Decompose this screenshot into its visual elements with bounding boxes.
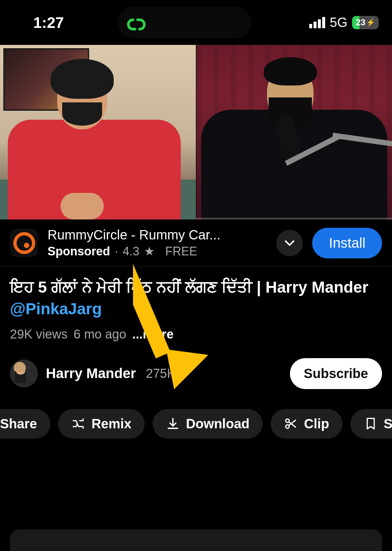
video-title[interactable]: ਇਹ 5 ਗੱਲਾਂ ਨੇ ਮੇਰੀ ਪਿੱਠ ਨਹੀਂ ਲੱਗਣ ਦਿੱਤੀ … bbox=[10, 277, 382, 320]
remix-icon bbox=[71, 417, 85, 431]
dot-separator: · bbox=[115, 244, 118, 258]
link-icon bbox=[126, 13, 146, 33]
sponsored-label: Sponsored bbox=[48, 244, 110, 258]
download-button[interactable]: Download bbox=[153, 409, 263, 439]
title-mention[interactable]: @PinkaJarg bbox=[10, 300, 102, 318]
video-player[interactable] bbox=[0, 45, 392, 219]
status-right: 5G 23⚡ bbox=[309, 15, 379, 30]
remix-label: Remix bbox=[91, 416, 131, 431]
next-section-peek[interactable] bbox=[10, 529, 382, 551]
share-button[interactable]: Share bbox=[0, 409, 50, 439]
install-button[interactable]: Install bbox=[312, 228, 382, 258]
video-meta[interactable]: 29K views 6 mo ago ...more bbox=[10, 327, 382, 342]
star-icon: ★ bbox=[144, 244, 155, 258]
ad-title: RummyCircle - Rummy Car... bbox=[48, 227, 267, 242]
download-label: Download bbox=[186, 416, 249, 431]
view-count: 29K views bbox=[10, 327, 67, 342]
clip-label: Clip bbox=[304, 416, 329, 431]
subscribe-button[interactable]: Subscribe bbox=[290, 358, 382, 389]
action-chip-row[interactable]: Share Remix Download Clip Save bbox=[0, 409, 392, 439]
channel-avatar[interactable] bbox=[10, 359, 38, 387]
save-button[interactable]: Save bbox=[350, 409, 392, 439]
ad-expand-button[interactable] bbox=[276, 230, 303, 256]
status-time: 1:27 bbox=[33, 14, 64, 32]
ad-price: FREE bbox=[165, 244, 197, 258]
remix-button[interactable]: Remix bbox=[58, 409, 145, 439]
dynamic-island[interactable] bbox=[118, 7, 251, 38]
rummycircle-icon bbox=[13, 232, 35, 254]
download-icon bbox=[166, 417, 180, 431]
clip-button[interactable]: Clip bbox=[271, 409, 342, 439]
battery-percent: 23 bbox=[356, 17, 365, 28]
ad-app-icon[interactable] bbox=[10, 229, 38, 257]
chevron-down-icon bbox=[284, 237, 296, 249]
channel-subs: 275K bbox=[146, 366, 176, 381]
status-bar: 1:27 5G 23⚡ bbox=[0, 0, 392, 45]
bookmark-icon bbox=[364, 417, 378, 431]
share-label: Share bbox=[0, 416, 37, 431]
battery-icon: 23⚡ bbox=[352, 16, 379, 29]
more-button[interactable]: ...more bbox=[132, 327, 174, 342]
network-label: 5G bbox=[330, 15, 347, 30]
channel-row[interactable]: Harry Mander 275K Subscribe bbox=[0, 358, 392, 389]
video-info[interactable]: ਇਹ 5 ਗੱਲਾਂ ਨੇ ਮੇਰੀ ਪਿੱਠ ਨਹੀਂ ਲੱਗਣ ਦਿੱਤੀ … bbox=[0, 267, 392, 342]
signal-icon bbox=[309, 17, 325, 28]
video-frame-right bbox=[196, 45, 392, 219]
bolt-icon: ⚡ bbox=[366, 18, 375, 27]
channel-name[interactable]: Harry Mander bbox=[46, 365, 136, 381]
video-frame-left bbox=[0, 45, 196, 219]
sponsored-ad-bar[interactable]: RummyCircle - Rummy Car... Sponsored · 4… bbox=[0, 219, 392, 267]
ad-text[interactable]: RummyCircle - Rummy Car... Sponsored · 4… bbox=[48, 227, 267, 258]
scissors-icon bbox=[284, 417, 298, 431]
save-label: Save bbox=[384, 416, 392, 431]
ad-rating: 4.3 bbox=[123, 244, 139, 258]
video-age: 6 mo ago bbox=[73, 327, 126, 342]
title-text: ਇਹ 5 ਗੱਲਾਂ ਨੇ ਮੇਰੀ ਪਿੱਠ ਨਹੀਂ ਲੱਗਣ ਦਿੱਤੀ … bbox=[10, 278, 368, 296]
